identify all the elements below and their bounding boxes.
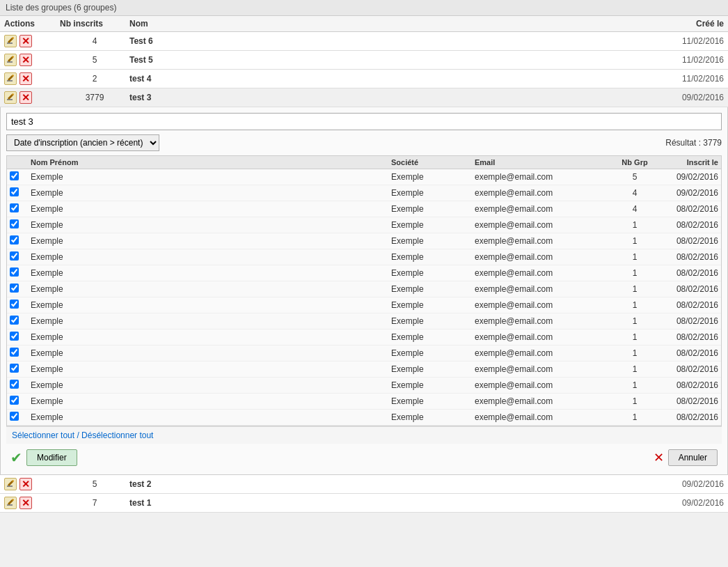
member-societe: Exemple [391,412,475,422]
delete-button-5[interactable]: ✕ [19,478,32,490]
member-check-cell[interactable] [10,412,31,423]
col-header-cree-le: Créé le [640,19,724,29]
member-check-cell[interactable] [10,284,31,295]
member-checkbox[interactable] [10,316,19,325]
member-check-cell[interactable] [10,332,31,343]
member-check-cell[interactable] [10,396,31,407]
group-row-1: ✕ 4 Test 6 11/02/2016 [0,32,728,51]
edit-button-3[interactable] [4,72,17,85]
svg-rect-9 [7,99,13,100]
edit-button-5[interactable] [4,478,17,490]
member-societe: Exemple [391,316,475,326]
member-email: exemple@email.com [475,204,614,214]
annuler-button[interactable]: Annuler [668,449,718,466]
member-nb-grp: 1 [614,396,656,406]
member-checkbox[interactable] [10,284,19,293]
group-row-6: ✕ 7 test 1 09/02/2016 [0,494,728,513]
col-header-nb-inscrits: Nb inscrits [60,19,129,29]
member-checkbox[interactable] [10,348,19,357]
form-buttons: ✔ Modifier ✕ Annuler [6,444,722,469]
member-check-cell[interactable] [10,251,31,263]
group-row-4: ✕ 3779 test 3 09/02/2016 [0,88,728,107]
member-email: exemple@email.com [475,364,614,374]
member-check-cell[interactable] [10,187,31,199]
member-nom: Exemple [31,316,391,326]
member-nb-grp: 1 [614,316,656,326]
nb-inscrits-5: 5 [60,479,129,489]
member-email: exemple@email.com [475,220,614,230]
member-checkbox[interactable] [10,300,19,309]
member-check-cell[interactable] [10,219,31,231]
member-nom: Exemple [31,172,391,182]
member-check-cell[interactable] [10,267,31,279]
member-inscrit-le: 08/02/2016 [656,300,718,310]
member-nom: Exemple [31,380,391,390]
filter-select-container: Date d'inscription (ancien > récent) Dat… [6,134,159,151]
member-check-cell[interactable] [10,348,31,359]
member-checkbox[interactable] [10,364,19,373]
members-body[interactable]: Exemple Exemple exemple@email.com 5 09/0… [7,169,721,426]
nb-inscrits-2: 5 [60,55,129,65]
member-checkbox[interactable] [10,235,19,244]
member-check-cell[interactable] [10,300,31,311]
member-check-cell[interactable] [10,203,31,215]
select-all-link[interactable]: Sélectionner tout / Désélectionner tout [12,430,153,440]
sort-select[interactable]: Date d'inscription (ancien > récent) Dat… [6,134,159,151]
member-nb-grp: 1 [614,348,656,358]
member-nom: Exemple [31,364,391,374]
member-inscrit-le: 08/02/2016 [656,332,718,342]
member-checkbox[interactable] [10,412,19,421]
edit-button-2[interactable] [4,54,17,66]
member-checkbox[interactable] [10,380,19,389]
member-checkbox[interactable] [10,203,19,212]
check-icon[interactable]: ✔ [10,449,22,466]
select-all-row[interactable]: Sélectionner tout / Désélectionner tout [6,426,722,444]
member-check-cell[interactable] [10,235,31,247]
member-inscrit-le: 08/02/2016 [656,252,718,262]
delete-button-6[interactable]: ✕ [19,497,32,509]
member-checkbox[interactable] [10,267,19,277]
edit-button-4[interactable] [4,91,17,104]
nb-inscrits-6: 7 [60,498,129,508]
edit-button-6[interactable] [4,497,17,509]
delete-button-1[interactable]: ✕ [19,35,32,47]
action-icons-4: ✕ [4,91,60,104]
nom-6: test 1 [129,498,640,508]
member-check-cell[interactable] [10,380,31,391]
btn-annuler-group: ✕ Annuler [654,449,718,466]
member-nom: Exemple [31,396,391,406]
cree-le-4: 09/02/2016 [640,93,724,102]
member-nom: Exemple [31,284,391,294]
member-check-cell[interactable] [10,316,31,327]
member-email: exemple@email.com [475,396,614,406]
member-checkbox[interactable] [10,332,19,341]
member-societe: Exemple [391,252,475,262]
member-check-cell[interactable] [10,364,31,375]
member-row: Exemple Exemple exemple@email.com 1 08/0… [7,233,721,249]
group-row-3: ✕ 2 test 4 11/02/2016 [0,70,728,88]
delete-button-3[interactable]: ✕ [19,72,32,85]
member-email: exemple@email.com [475,172,614,182]
member-checkbox[interactable] [10,396,19,405]
delete-button-2[interactable]: ✕ [19,54,32,66]
delete-button-4[interactable]: ✕ [19,91,32,104]
member-nom: Exemple [31,332,391,342]
member-nb-grp: 1 [614,332,656,342]
member-nb-grp: 1 [614,284,656,294]
group-name-input[interactable] [6,113,722,130]
modifier-button[interactable]: Modifier [26,449,77,466]
svg-rect-3 [7,61,13,63]
member-inscrit-le: 09/02/2016 [656,172,718,182]
edit-button-1[interactable] [4,35,17,47]
member-check-cell[interactable] [10,171,31,182]
action-icons-1: ✕ [4,35,60,47]
member-inscrit-le: 08/02/2016 [656,348,718,358]
member-societe: Exemple [391,332,475,342]
svg-rect-12 [7,486,13,487]
col-nom-prenom-header: Nom Prénom [31,158,391,166]
member-checkbox[interactable] [10,219,19,228]
member-checkbox[interactable] [10,187,19,196]
x-icon[interactable]: ✕ [654,450,664,465]
member-checkbox[interactable] [10,251,19,261]
member-checkbox[interactable] [10,171,19,180]
